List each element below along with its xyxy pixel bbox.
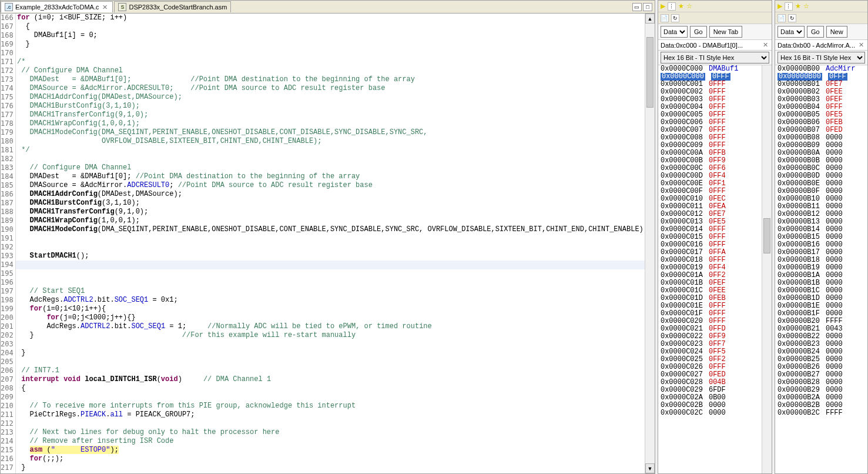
code-line[interactable]: } xyxy=(16,349,655,358)
code-line[interactable] xyxy=(16,393,655,402)
memory-right-body[interactable]: 0x00000B00AdcMirr0x00000B000FFF0x00000B0… xyxy=(775,65,867,473)
code-line[interactable] xyxy=(16,269,655,278)
new-tab-button[interactable]: New xyxy=(826,26,847,38)
code-line[interactable]: { xyxy=(16,22,655,31)
code-line[interactable]: StartDMACH1(); xyxy=(16,252,655,261)
run-icon[interactable]: ▶ xyxy=(661,2,665,10)
code-line[interactable]: /* xyxy=(16,58,655,66)
code-line[interactable]: */ xyxy=(16,146,655,155)
line-number: 182 xyxy=(1,155,13,163)
star-icon[interactable]: ☆ xyxy=(686,2,692,10)
code-line[interactable] xyxy=(16,243,655,252)
refresh-icon[interactable]: ↻ xyxy=(671,14,679,22)
code-line[interactable]: interrupt void local_DINTCH1_ISR(void) /… xyxy=(16,375,655,384)
code-line[interactable]: DMACH1WrapConfig(1,0,0,1); xyxy=(16,216,655,225)
star-icon[interactable]: ☆ xyxy=(803,2,809,10)
new-icon[interactable]: 📄 xyxy=(661,14,669,22)
refresh-icon[interactable]: ↻ xyxy=(788,14,796,22)
code-line[interactable] xyxy=(16,358,655,366)
code-line[interactable]: // Configure DMA Channel xyxy=(16,66,655,75)
toolbar-icon[interactable]: ⋮ xyxy=(668,2,676,11)
close-icon[interactable]: ✕ xyxy=(101,4,109,11)
maximize-button[interactable]: □ xyxy=(643,3,652,11)
minimize-button[interactable]: ▭ xyxy=(632,3,642,11)
code-line[interactable]: { xyxy=(16,384,655,393)
code-area[interactable]: 1661671681691701711721731741751761771781… xyxy=(1,14,655,473)
code-line[interactable]: DMADest = &DMABuf1[0]; //Point DMA desti… xyxy=(16,172,655,181)
code-line[interactable]: // Configure DMA Channel xyxy=(16,163,655,172)
editor-window-buttons: ▭ □ xyxy=(632,3,655,11)
code-line[interactable]: DMABuf1[i] = 0; xyxy=(16,31,655,40)
code-line[interactable]: DMASource = &AdcMirror.ADCRESULT0; //Poi… xyxy=(16,84,655,93)
close-icon[interactable]: ✕ xyxy=(762,41,769,49)
code-line[interactable]: for(;;); xyxy=(16,455,655,463)
code-line[interactable]: for(i=0;i<10;i++){ xyxy=(16,305,655,313)
code-line[interactable]: DMASource = &AdcMirror.ADCRESULT0; //Poi… xyxy=(16,181,655,190)
toolbar-icon[interactable]: ⋮ xyxy=(785,2,793,11)
code-line[interactable]: // Next two lines for debug only to halt… xyxy=(16,428,655,437)
code-line[interactable]: // Start SEQ1 xyxy=(16,287,655,296)
code-line[interactable]: DMACH1BurstConfig(3,1,10); xyxy=(16,102,655,111)
editor-tab[interactable]: SDSP2833x_CodeStartBranch.asm xyxy=(114,1,231,12)
scroll-thumb[interactable] xyxy=(646,37,653,108)
code-line[interactable]: DMACH1ModeConfig(DMA_SEQ1INT,PERINT_ENAB… xyxy=(16,225,655,234)
code-line[interactable]: } //For this example will re-start manua… xyxy=(16,331,655,340)
code-line[interactable]: // To receive more interrupts from this … xyxy=(16,402,655,410)
star-icon[interactable]: ★ xyxy=(678,2,684,10)
code-line[interactable] xyxy=(16,261,655,269)
code-line[interactable]: DMACH1WrapConfig(1,0,0,1); xyxy=(16,119,655,128)
memory-format-select[interactable]: Hex 16 Bit - TI Style Hex xyxy=(661,52,769,64)
code-line[interactable]: DMADest = &DMABuf1[0]; //Point DMA desti… xyxy=(16,75,655,84)
code-line[interactable] xyxy=(16,419,655,428)
code-line[interactable]: for (i=0; i<BUF_SIZE; i++) xyxy=(16,14,655,22)
memory-row[interactable]: 0x0000C02C0000 xyxy=(658,409,772,417)
line-number: 184 xyxy=(1,172,13,181)
memory-left-scrollbar[interactable] xyxy=(762,65,772,473)
new-tab-button[interactable]: New Tab xyxy=(709,26,743,38)
memory-row[interactable]: 0x00000B2CFFFF xyxy=(775,409,867,417)
code-line[interactable]: } xyxy=(16,463,655,472)
code-line[interactable] xyxy=(16,49,655,58)
memory-left-body[interactable]: 0x0000C000DMABuf1 0x0000C0000FFF0x0000C0… xyxy=(658,65,772,473)
memory-right-tab[interactable]: Data:0xb00 - AdcMirror.A... ✕ xyxy=(775,40,867,51)
go-button[interactable]: Go xyxy=(690,26,707,38)
code-line[interactable]: DMACH1BurstConfig(3,1,10); xyxy=(16,199,655,208)
go-button[interactable]: Go xyxy=(807,26,824,38)
scroll-thumb[interactable] xyxy=(763,218,770,253)
code-line[interactable]: AdcRegs.ADCTRL2.bit.SOC_SEQ1 = 0x1; xyxy=(16,296,655,305)
code-line[interactable] xyxy=(16,155,655,163)
code-line[interactable]: AdcRegs.ADCTRL2.bit.SOC_SEQ1 = 1; //Norm… xyxy=(16,322,655,331)
new-icon[interactable]: 📄 xyxy=(777,14,786,22)
code-line[interactable]: DMACH1AddrConfig(DMADest,DMASource); xyxy=(16,190,655,199)
tab-label: Example_2833xAdcToDMA.c xyxy=(15,4,99,11)
line-number: 207 xyxy=(1,375,13,384)
code-line[interactable]: DMACH1AddrConfig(DMADest,DMASource); xyxy=(16,93,655,102)
code-line[interactable]: DMACH1TransferConfig(9,1,0); xyxy=(16,208,655,216)
code-line[interactable]: asm (" ESTOP0"); xyxy=(16,446,655,455)
editor-vertical-scrollbar[interactable]: ▲ ▼ xyxy=(645,14,655,473)
memory-left-tab[interactable]: Data:0xc000 - DMABuf1[0]... ✕ xyxy=(658,40,772,51)
code-line[interactable] xyxy=(16,340,655,349)
editor-tab[interactable]: .cExample_2833xAdcToDMA.c✕ xyxy=(1,1,113,12)
code-line[interactable]: OVRFLOW_DISABLE,SIXTEEN_BIT,CHINT_END,CH… xyxy=(16,137,655,146)
code-line[interactable] xyxy=(16,234,655,243)
code-line[interactable]: DMACH1ModeConfig(DMA_SEQ1INT,PERINT_ENAB… xyxy=(16,128,655,137)
memory-space-select[interactable]: Data xyxy=(661,26,688,38)
code-line[interactable] xyxy=(16,278,655,287)
scroll-up-arrow[interactable]: ▲ xyxy=(645,14,655,24)
asm-file-icon: S xyxy=(118,3,126,11)
star-icon[interactable]: ★ xyxy=(795,2,801,10)
scroll-down-arrow[interactable]: ▼ xyxy=(645,463,655,473)
memory-tab-label: Data:0xb00 - AdcMirror.A... xyxy=(777,42,855,49)
code-line[interactable]: PieCtrlRegs.PIEACK.all = PIEACK_GROUP7; xyxy=(16,410,655,419)
code-line[interactable]: for(j=0;j<1000;j++){} xyxy=(16,313,655,322)
code-line[interactable]: // Remove after inserting ISR Code xyxy=(16,437,655,446)
code-line[interactable]: } xyxy=(16,40,655,49)
close-icon[interactable]: ✕ xyxy=(857,41,865,49)
memory-format-select[interactable]: Hex 16 Bit - TI Style Hex xyxy=(777,52,865,64)
run-icon[interactable]: ▶ xyxy=(777,2,782,10)
code-line[interactable]: DMACH1TransferConfig(9,1,0); xyxy=(16,111,655,119)
memory-space-select[interactable]: Data xyxy=(777,26,805,38)
code-line[interactable]: // INT7.1 xyxy=(16,366,655,375)
code-content[interactable]: for (i=0; i<BUF_SIZE; i++) { DMABuf1[i] … xyxy=(16,14,655,473)
